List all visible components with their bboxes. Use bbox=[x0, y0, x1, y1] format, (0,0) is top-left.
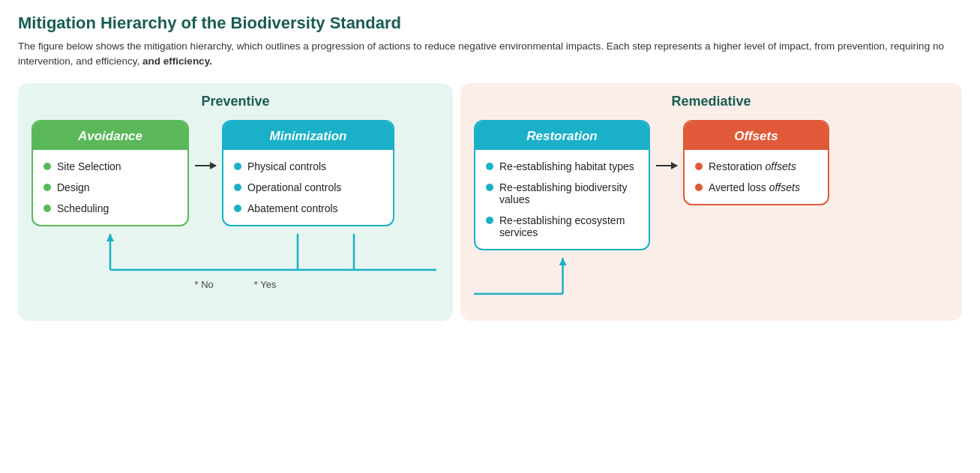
minimization-body: Physical controls Operational controls A… bbox=[223, 150, 393, 225]
avoidance-item-1: Site Selection bbox=[43, 160, 177, 172]
avoidance-header: Avoidance bbox=[33, 121, 187, 150]
yes-label: * Yes bbox=[254, 279, 277, 290]
page-subtitle: The figure below shows the mitigation hi… bbox=[18, 39, 948, 70]
minimization-item-2: Operational controls bbox=[234, 181, 382, 193]
restoration-item-2: Re-establishing biodiversity values bbox=[486, 181, 638, 205]
offsets-header: Offsets bbox=[685, 121, 828, 150]
offsets-item-1: Restoration offsets bbox=[695, 160, 817, 172]
minimization-header: Minimization bbox=[223, 121, 393, 150]
restoration-item-1: Re-establishing habitat types bbox=[486, 160, 638, 172]
minimization-box: Minimization Physical controls Operation… bbox=[222, 120, 394, 226]
avoidance-item-3: Scheduling bbox=[43, 202, 177, 214]
preventive-label: Preventive bbox=[31, 94, 439, 109]
offsets-box: Offsets Restoration offsets Averted loss… bbox=[683, 120, 829, 205]
restoration-title: Restoration bbox=[526, 129, 597, 143]
restoration-header: Restoration bbox=[475, 121, 649, 150]
dot-blue-icon bbox=[486, 184, 493, 191]
no-yes-labels: * No * Yes bbox=[31, 279, 439, 290]
avoidance-to-minimization-arrow bbox=[189, 165, 222, 167]
offsets-body: Restoration offsets Averted loss offsets bbox=[685, 150, 828, 204]
avoidance-body: Site Selection Design Scheduling bbox=[33, 150, 187, 225]
dot-green-icon bbox=[43, 205, 51, 212]
restoration-to-offsets-arrow bbox=[650, 165, 683, 167]
feedback-arrows: * No * Yes bbox=[31, 234, 439, 274]
dot-blue-icon bbox=[234, 205, 241, 212]
offsets-item-1-text: Restoration offsets bbox=[709, 160, 796, 172]
remediative-section: Remediative Restoration Re-establishing … bbox=[460, 83, 962, 321]
restoration-item-3: Re-establishing ecosystem services bbox=[486, 214, 638, 238]
remediative-feedback-arrows bbox=[474, 258, 949, 298]
feedback-svg-icon bbox=[31, 234, 439, 274]
minimization-item-1: Physical controls bbox=[234, 160, 382, 172]
minimization-title: Minimization bbox=[270, 129, 347, 143]
page-title: Mitigation Hierarchy of the Biodiversity… bbox=[18, 13, 962, 33]
dot-red-icon bbox=[695, 163, 703, 170]
offsets-title: Offsets bbox=[734, 129, 778, 143]
no-label: * No bbox=[195, 279, 214, 290]
dot-green-icon bbox=[43, 163, 51, 170]
preventive-section: Preventive Avoidance Site Selection Desi… bbox=[18, 83, 453, 321]
remediative-feedback-svg-icon bbox=[474, 258, 949, 298]
restoration-box: Restoration Re-establishing habitat type… bbox=[474, 120, 650, 250]
offsets-item-2: Averted loss offsets bbox=[695, 181, 817, 193]
remediative-label: Remediative bbox=[474, 94, 949, 109]
avoidance-box: Avoidance Site Selection Design Scheduli… bbox=[31, 120, 189, 226]
restoration-body: Re-establishing habitat types Re-establi… bbox=[475, 150, 649, 249]
dot-red-icon bbox=[695, 184, 703, 191]
diagram-area: Preventive Avoidance Site Selection Desi… bbox=[18, 83, 962, 321]
avoidance-title: Avoidance bbox=[78, 129, 142, 143]
minimization-item-3: Abatement controls bbox=[234, 202, 382, 214]
dot-blue-icon bbox=[486, 217, 493, 224]
svg-marker-9 bbox=[559, 258, 567, 265]
avoidance-item-2: Design bbox=[43, 181, 177, 193]
arrow-line-icon bbox=[195, 165, 216, 167]
dot-blue-icon bbox=[234, 163, 241, 170]
svg-marker-4 bbox=[106, 234, 114, 241]
offsets-item-2-text: Averted loss offsets bbox=[709, 181, 800, 193]
subtitle-bold: and efficiency. bbox=[142, 55, 212, 67]
dot-blue-icon bbox=[486, 163, 493, 170]
preventive-boxes-row: Avoidance Site Selection Design Scheduli… bbox=[31, 120, 439, 226]
dot-blue-icon bbox=[234, 184, 241, 191]
remediative-boxes-row: Restoration Re-establishing habitat type… bbox=[474, 120, 949, 250]
dot-green-icon bbox=[43, 184, 51, 191]
arrow-line-icon bbox=[656, 165, 677, 167]
